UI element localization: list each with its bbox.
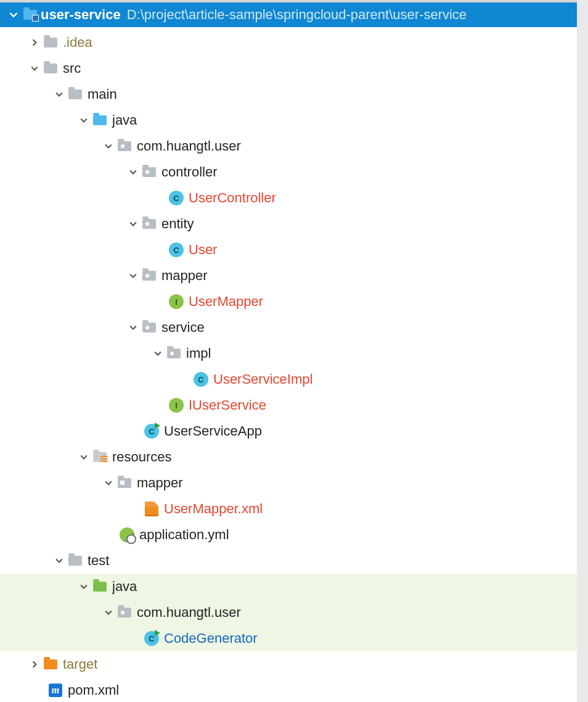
node-label: mapper: [161, 268, 208, 284]
node-label: .idea: [63, 35, 92, 51]
tree-node-iuser-service[interactable]: I IUserService: [0, 392, 588, 418]
node-label: com.huangtl.user: [137, 138, 241, 154]
module-name: user-service: [41, 7, 121, 23]
folder-icon: [42, 38, 59, 47]
tree-node-resources-mapper[interactable]: mapper: [0, 470, 588, 496]
tree-node-test[interactable]: test: [0, 548, 588, 574]
node-label: application.yml: [139, 527, 229, 543]
folder-icon: [116, 478, 133, 488]
tree-node-impl[interactable]: impl: [0, 341, 588, 366]
node-label: impl: [186, 345, 211, 361]
project-tree[interactable]: .idea src main java: [0, 27, 588, 702]
package-icon: [116, 608, 133, 617]
folder-icon: [67, 556, 84, 566]
chevron-down-icon[interactable]: [6, 10, 21, 19]
node-label: mapper: [137, 475, 183, 491]
node-label: test: [88, 553, 109, 569]
runnable-class-icon: C: [143, 631, 160, 646]
chevron-down-icon[interactable]: [52, 91, 67, 98]
project-root-header[interactable]: user-service D:\project\article-sample\s…: [0, 2, 588, 27]
module-path: D:\project\article-sample\springcloud-pa…: [127, 7, 467, 23]
node-label: User: [189, 242, 217, 258]
module-icon: [23, 10, 37, 20]
node-label: UserMapper.xml: [164, 501, 263, 517]
xml-file-icon: [143, 502, 160, 516]
tree-node-code-generator[interactable]: C CodeGenerator: [0, 626, 588, 651]
node-label: service: [161, 320, 205, 336]
tree-node-controller[interactable]: controller: [0, 159, 588, 185]
package-icon: [116, 141, 133, 151]
chevron-down-icon[interactable]: [76, 117, 91, 124]
chevron-down-icon[interactable]: [52, 557, 67, 564]
package-icon: [141, 271, 158, 281]
package-icon: [141, 323, 158, 332]
package-icon: [141, 219, 158, 229]
node-label: com.huangtl.user: [137, 605, 241, 621]
tree-node-package-main[interactable]: com.huangtl.user: [0, 133, 588, 159]
chevron-down-icon[interactable]: [126, 272, 141, 279]
vertical-scrollbar[interactable]: [577, 0, 588, 702]
chevron-right-icon[interactable]: [27, 661, 42, 668]
node-label: src: [63, 60, 81, 76]
chevron-down-icon[interactable]: [126, 324, 141, 331]
chevron-down-icon[interactable]: [101, 609, 116, 616]
node-label: UserController: [189, 190, 276, 206]
tree-node-main[interactable]: main: [0, 81, 588, 107]
class-icon: C: [168, 242, 185, 257]
chevron-down-icon[interactable]: [76, 453, 91, 461]
chevron-down-icon[interactable]: [101, 142, 116, 150]
tree-node-java-main[interactable]: java: [0, 107, 588, 133]
runnable-class-icon: C: [143, 424, 160, 439]
node-label: UserMapper: [189, 294, 263, 310]
package-icon: [141, 167, 158, 177]
folder-icon: [42, 64, 59, 73]
chevron-down-icon[interactable]: [126, 168, 141, 176]
project-tree-panel: user-service D:\project\article-sample\s…: [0, 0, 588, 702]
node-label: UserServiceApp: [164, 423, 262, 439]
excluded-folder-icon: [42, 659, 59, 669]
tree-node-user-mapper[interactable]: I UserMapper: [0, 289, 588, 315]
tree-node-user-mapper-xml[interactable]: UserMapper.xml: [0, 496, 588, 522]
tree-node-user[interactable]: C User: [0, 237, 588, 263]
chevron-down-icon[interactable]: [126, 220, 141, 228]
node-label: UserServiceImpl: [213, 371, 312, 387]
tree-node-application-yml[interactable]: application.yml: [0, 522, 588, 548]
node-label: java: [112, 112, 137, 128]
node-label: entity: [161, 216, 194, 232]
resources-folder-icon: [91, 452, 108, 462]
folder-icon: [67, 89, 84, 99]
node-label: target: [63, 656, 97, 672]
interface-icon: I: [168, 294, 185, 309]
tree-node-entity[interactable]: entity: [0, 211, 588, 237]
tree-node-service[interactable]: service: [0, 315, 588, 341]
tree-node-package-test[interactable]: com.huangtl.user: [0, 600, 588, 626]
package-icon: [165, 349, 182, 358]
tree-node-mapper[interactable]: mapper: [0, 263, 588, 289]
tree-node-user-service-impl[interactable]: C UserServiceImpl: [0, 366, 588, 392]
tree-node-src[interactable]: src: [0, 56, 588, 81]
tree-node-resources[interactable]: resources: [0, 444, 588, 470]
node-label: resources: [112, 449, 172, 465]
chevron-down-icon[interactable]: [27, 65, 42, 72]
test-source-folder-icon: [91, 582, 108, 592]
tree-node-pom-xml[interactable]: m pom.xml: [0, 677, 588, 702]
node-label: pom.xml: [68, 682, 119, 698]
chevron-down-icon[interactable]: [150, 350, 165, 357]
chevron-right-icon[interactable]: [27, 39, 42, 46]
node-label: controller: [161, 164, 217, 180]
node-label: java: [112, 579, 137, 595]
tree-node-target[interactable]: target: [0, 651, 588, 677]
tree-node-idea[interactable]: .idea: [0, 30, 588, 56]
class-icon: C: [168, 191, 185, 205]
tree-node-user-controller[interactable]: C UserController: [0, 185, 588, 211]
spring-config-icon: [118, 527, 136, 542]
class-icon: C: [192, 372, 210, 387]
tree-node-user-service-app[interactable]: C UserServiceApp: [0, 418, 588, 444]
node-label: CodeGenerator: [164, 630, 258, 646]
chevron-down-icon[interactable]: [101, 479, 116, 487]
maven-file-icon: m: [47, 683, 64, 697]
node-label: IUserService: [189, 397, 266, 413]
tree-node-java-test[interactable]: java: [0, 574, 588, 600]
chevron-down-icon[interactable]: [76, 583, 91, 590]
interface-icon: I: [168, 398, 185, 413]
